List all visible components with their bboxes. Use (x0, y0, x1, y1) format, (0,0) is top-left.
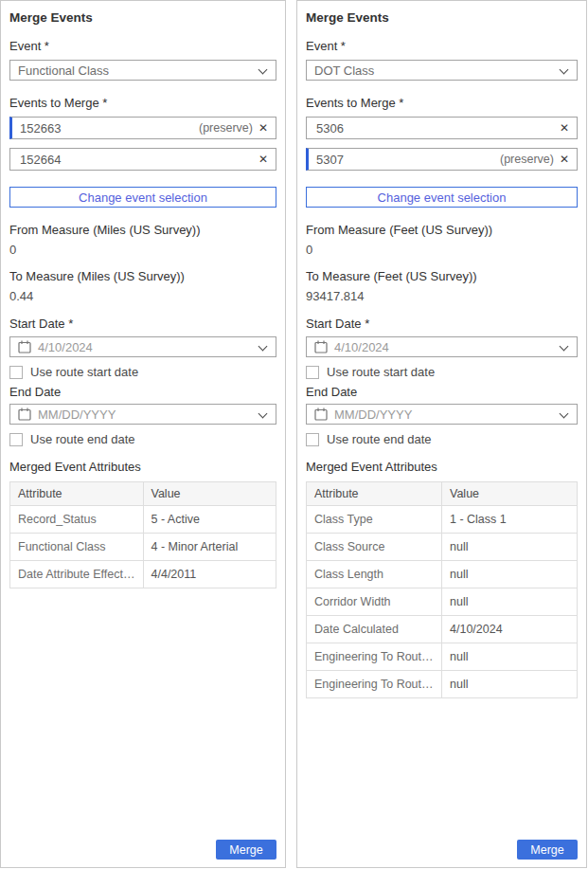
use-route-start-date-checkbox[interactable] (306, 366, 319, 379)
from-measure-label: From Measure (Miles (US Survey)) (9, 223, 276, 238)
chevron-down-icon (258, 65, 268, 75)
preserve-badge: (preserve) (500, 153, 554, 166)
use-route-start-date-row: Use route start date (306, 365, 578, 379)
to-measure-value: 93417.814 (306, 290, 578, 303)
panel-title: Merge Events (306, 10, 578, 26)
attribute-cell: Class Source (307, 534, 442, 561)
value-cell: null (442, 671, 578, 698)
table-row: Date Attribute Effective 4/4/2011 (10, 561, 276, 588)
remove-event-icon[interactable]: ✕ (560, 154, 569, 165)
merge-events-panel-right: Merge Events Event * DOT Class Events to… (296, 0, 587, 868)
table-row: Class Length null (307, 561, 578, 588)
merged-attributes-table: Attribute Value Record_Status 5 - Active… (9, 481, 276, 588)
use-route-end-date-row: Use route end date (9, 432, 276, 446)
chevron-down-icon (258, 342, 268, 352)
calendar-icon (18, 340, 31, 353)
table-row: Corridor Width null (307, 588, 578, 616)
attribute-column-header: Attribute (10, 482, 144, 506)
change-event-selection-button[interactable]: Change event selection (306, 187, 578, 208)
value-column-header: Value (143, 482, 276, 506)
change-event-selection-button[interactable]: Change event selection (9, 187, 276, 208)
events-to-merge-label: Events to Merge * (306, 96, 578, 111)
merged-attributes-heading: Merged Event Attributes (9, 460, 276, 475)
table-row: Engineering To RouteID null (307, 643, 578, 671)
preserve-badge: (preserve) (199, 121, 253, 135)
remove-event-icon[interactable]: ✕ (258, 122, 268, 134)
end-date-picker[interactable]: MM/DD/YYYY (9, 404, 276, 425)
from-measure-value: 0 (306, 244, 578, 257)
event-id-value: 5307 (316, 153, 500, 167)
value-cell: 4/10/2024 (442, 616, 578, 643)
attribute-cell: Corridor Width (307, 588, 442, 616)
end-date-picker[interactable]: MM/DD/YYYY (306, 404, 578, 425)
start-date-label: Start Date * (306, 317, 578, 332)
event-id-input[interactable]: 152664 ✕ (9, 148, 276, 171)
event-id-value: 152663 (20, 121, 199, 136)
attribute-cell: Class Type (307, 506, 442, 534)
use-route-end-date-row: Use route end date (306, 432, 578, 446)
use-route-start-date-label: Use route start date (30, 365, 138, 379)
end-date-label: End Date (306, 385, 578, 400)
chevron-down-icon (560, 409, 569, 419)
value-column-header: Value (442, 482, 578, 506)
event-id-value: 152664 (20, 153, 253, 167)
chevron-down-icon (258, 409, 268, 419)
use-route-end-date-label: Use route end date (30, 432, 135, 446)
attribute-cell: Date Calculated (307, 616, 442, 643)
merge-button[interactable]: Merge (216, 840, 276, 860)
events-to-merge-label: Events to Merge * (9, 96, 276, 111)
value-cell: null (442, 643, 578, 671)
use-route-start-date-label: Use route start date (327, 365, 435, 379)
panel-title: Merge Events (9, 10, 276, 26)
merged-attributes-table: Attribute Value Class Type 1 - Class 1 C… (306, 481, 578, 698)
event-id-input[interactable]: 5306 ✕ (306, 117, 578, 139)
table-row: Class Type 1 - Class 1 (307, 506, 578, 534)
event-label: Event * (306, 39, 578, 54)
table-row: Date Calculated 4/10/2024 (307, 616, 578, 643)
attribute-cell: Functional Class (10, 534, 144, 561)
use-route-start-date-checkbox[interactable] (9, 366, 23, 379)
to-measure-value: 0.44 (9, 290, 276, 303)
event-select[interactable]: Functional Class (9, 60, 276, 81)
calendar-icon (314, 407, 328, 421)
table-header-row: Attribute Value (10, 482, 276, 506)
calendar-icon (314, 340, 328, 353)
to-measure-label: To Measure (Feet (US Survey)) (306, 269, 578, 284)
attribute-cell: Engineering To Route ... (307, 671, 442, 698)
attribute-cell: Record_Status (10, 506, 144, 534)
value-cell: null (442, 561, 578, 588)
calendar-icon (18, 407, 31, 421)
end-date-placeholder: MM/DD/YYYY (334, 407, 560, 422)
value-cell: null (442, 588, 578, 616)
start-date-value: 4/10/2024 (38, 340, 258, 354)
use-route-end-date-checkbox[interactable] (9, 433, 23, 446)
use-route-end-date-checkbox[interactable] (306, 433, 319, 446)
start-date-label: Start Date * (9, 317, 276, 332)
merge-button[interactable]: Merge (517, 840, 578, 860)
event-id-input[interactable]: 5307 (preserve) ✕ (306, 148, 578, 171)
from-measure-value: 0 (9, 244, 276, 257)
start-date-picker[interactable]: 4/10/2024 (9, 336, 276, 357)
event-select-value: Functional Class (18, 63, 258, 78)
chevron-down-icon (560, 342, 569, 352)
table-header-row: Attribute Value (307, 482, 578, 506)
attribute-cell: Engineering To RouteID (307, 643, 442, 671)
attribute-cell: Date Attribute Effective (10, 561, 144, 588)
table-row: Record_Status 5 - Active (10, 506, 276, 534)
value-cell: null (442, 534, 578, 561)
event-id-input[interactable]: 152663 (preserve) ✕ (9, 117, 276, 139)
end-date-label: End Date (9, 385, 276, 400)
remove-event-icon[interactable]: ✕ (258, 154, 268, 165)
attribute-cell: Class Length (307, 561, 442, 588)
from-measure-label: From Measure (Feet (US Survey)) (306, 223, 578, 238)
attribute-column-header: Attribute (307, 482, 442, 506)
merged-attributes-heading: Merged Event Attributes (306, 460, 578, 475)
event-select[interactable]: DOT Class (306, 60, 578, 81)
merge-events-panel-left: Merge Events Event * Functional Class Ev… (0, 0, 286, 868)
use-route-start-date-row: Use route start date (9, 365, 276, 379)
table-row: Engineering To Route ... null (307, 671, 578, 698)
remove-event-icon[interactable]: ✕ (560, 122, 569, 134)
to-measure-label: To Measure (Miles (US Survey)) (9, 269, 276, 284)
end-date-placeholder: MM/DD/YYYY (38, 407, 258, 422)
start-date-picker[interactable]: 4/10/2024 (306, 336, 578, 357)
